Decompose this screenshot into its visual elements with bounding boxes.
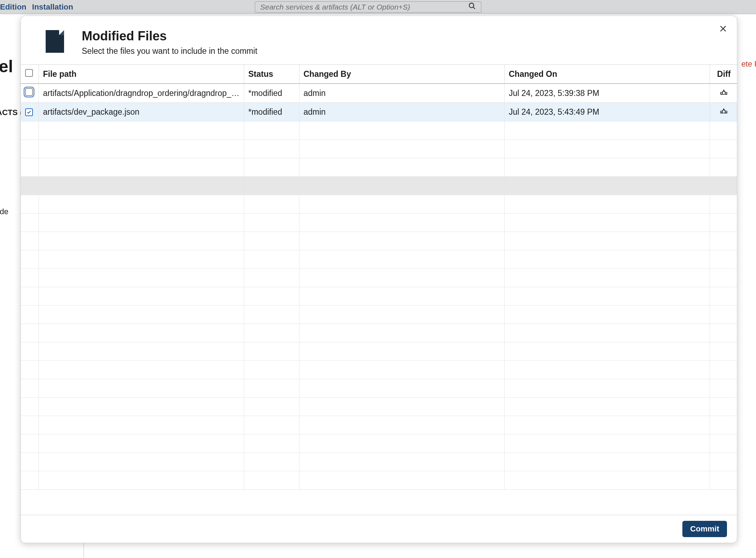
- empty-row: [21, 398, 737, 416]
- empty-row: [21, 195, 737, 213]
- empty-row: [21, 434, 737, 453]
- empty-row: [21, 287, 737, 306]
- cell-diff: [710, 84, 737, 103]
- bg-side-fragment2: /ci-de: [0, 207, 8, 216]
- header-changed-on[interactable]: Changed On: [504, 65, 710, 84]
- empty-row: [21, 453, 737, 471]
- cell-changed-on: Jul 24, 2023, 5:39:38 PM: [504, 84, 710, 103]
- empty-row: [21, 471, 737, 490]
- header-diff[interactable]: Diff: [710, 65, 737, 84]
- select-all-checkbox[interactable]: [25, 69, 33, 77]
- close-icon: [719, 25, 727, 33]
- search-icon[interactable]: [468, 2, 476, 12]
- topbar-menus: Edition Installation: [0, 2, 73, 12]
- empty-row: [21, 416, 737, 434]
- dialog-title: Modified Files: [82, 29, 257, 44]
- header-file-path[interactable]: File path: [39, 65, 244, 84]
- table-row[interactable]: artifacts/Application/dragndrop_ordering…: [21, 84, 737, 103]
- cell-status: *modified: [244, 84, 299, 103]
- cell-changed-on: Jul 24, 2023, 5:43:49 PM: [504, 103, 710, 121]
- cell-changed-by: admin: [299, 84, 504, 103]
- empty-row: [21, 269, 737, 287]
- header-status[interactable]: Status: [244, 65, 299, 84]
- svg-rect-5: [721, 113, 727, 114]
- row-checkbox-cell: [21, 84, 39, 103]
- bg-side-fragment: ACTS (: [0, 108, 22, 117]
- empty-row: [21, 232, 737, 250]
- commit-button[interactable]: Commit: [682, 521, 727, 537]
- dialog-titles: Modified Files Select the files you want…: [82, 29, 257, 56]
- diff-icon[interactable]: [720, 107, 728, 117]
- cell-file-path: artifacts/dev_package.json: [39, 103, 244, 121]
- bg-title-fragment: vel: [0, 57, 13, 76]
- svg-line-1: [473, 7, 475, 9]
- empty-row: [21, 213, 737, 232]
- cell-status: *modified: [244, 103, 299, 121]
- diff-icon[interactable]: [720, 88, 728, 98]
- file-table-wrapper: File path Status Changed By Changed On D…: [21, 64, 737, 515]
- header-changed-by[interactable]: Changed By: [299, 65, 504, 84]
- empty-row: [21, 121, 737, 140]
- search-placeholder: Search services & artifacts (ALT or Opti…: [260, 3, 410, 11]
- empty-row: [21, 342, 737, 361]
- empty-row: [21, 306, 737, 324]
- empty-row: [21, 250, 737, 269]
- bg-delete-btn-fragment: ete P: [741, 59, 756, 69]
- menu-edition[interactable]: Edition: [0, 2, 27, 12]
- empty-row: [21, 158, 737, 177]
- empty-row: [21, 379, 737, 398]
- dialog-header: Modified Files Select the files you want…: [21, 16, 737, 64]
- row-checkbox-cell: [21, 103, 39, 121]
- svg-rect-4: [721, 94, 727, 95]
- header-checkbox-cell: [21, 65, 39, 84]
- empty-row: [21, 177, 737, 195]
- dialog-subtitle: Select the files you want to include in …: [82, 46, 257, 56]
- empty-row: [21, 361, 737, 379]
- table-row[interactable]: artifacts/dev_package.json*modifiedadmin…: [21, 103, 737, 121]
- topbar: Edition Installation Search services & a…: [0, 0, 756, 14]
- empty-row: [21, 140, 737, 158]
- empty-row: [21, 324, 737, 342]
- row-checkbox[interactable]: [25, 108, 33, 116]
- menu-installation[interactable]: Installation: [32, 2, 73, 12]
- cell-changed-by: admin: [299, 103, 504, 121]
- modified-files-dialog: Modified Files Select the files you want…: [21, 16, 737, 543]
- cell-diff: [710, 103, 737, 121]
- close-button[interactable]: [719, 24, 727, 34]
- table-header-row: File path Status Changed By Changed On D…: [21, 65, 737, 84]
- cell-file-path: artifacts/Application/dragndrop_ordering…: [39, 84, 244, 103]
- document-icon: [46, 30, 64, 53]
- file-table: File path Status Changed By Changed On D…: [21, 65, 737, 490]
- row-checkbox[interactable]: [25, 88, 33, 96]
- search-input[interactable]: Search services & artifacts (ALT or Opti…: [255, 1, 481, 13]
- dialog-footer: Commit: [21, 515, 737, 543]
- svg-point-0: [469, 3, 474, 8]
